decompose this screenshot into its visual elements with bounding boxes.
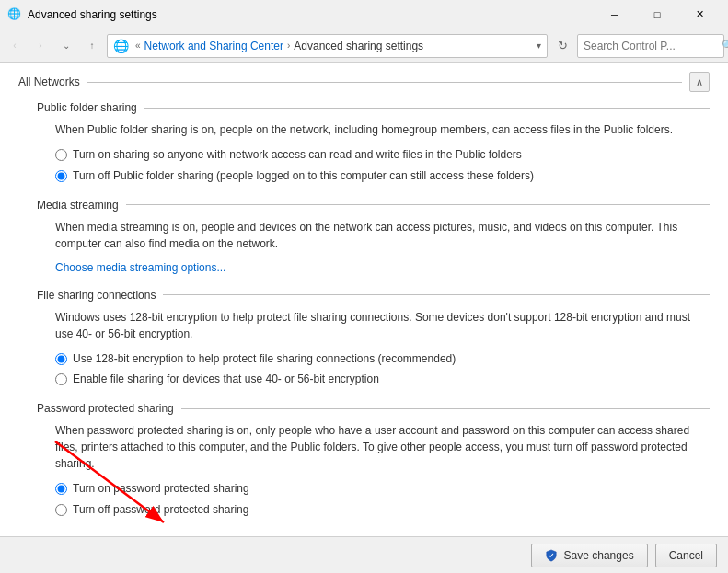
breadcrumb-current: Advanced sharing settings bbox=[294, 40, 423, 52]
public-folder-option-1: Turn on sharing so anyone with network a… bbox=[55, 147, 710, 163]
public-folder-radio-1[interactable] bbox=[55, 149, 67, 161]
back-button[interactable]: ‹ bbox=[4, 35, 26, 57]
media-streaming-desc: When media streaming is on, people and d… bbox=[55, 219, 710, 252]
password-sharing-option-2: Turn off password protected sharing bbox=[55, 502, 710, 518]
close-button[interactable]: ✕ bbox=[678, 0, 721, 29]
file-sharing-desc: Windows uses 128-bit encryption to help … bbox=[55, 309, 710, 342]
password-sharing-radio-1[interactable] bbox=[55, 483, 67, 495]
content-area: All Networks ∧ Public folder sharing Whe… bbox=[0, 63, 728, 536]
file-sharing-option-2: Enable file sharing for devices that use… bbox=[55, 372, 710, 387]
minimize-button[interactable]: ─ bbox=[594, 0, 636, 29]
forward-button[interactable]: › bbox=[29, 35, 52, 57]
public-folder-section: Public folder sharing When Public folder… bbox=[37, 101, 710, 184]
search-box: 🔍 bbox=[577, 34, 724, 58]
address-bar: ‹ › ⌄ ↑ 🌐 « Network and Sharing Center ›… bbox=[0, 29, 728, 63]
media-streaming-title: Media streaming bbox=[37, 199, 119, 212]
file-sharing-title: File sharing connections bbox=[37, 289, 156, 302]
password-sharing-option-1: Turn on password protected sharing bbox=[55, 481, 710, 497]
all-networks-header: All Networks ∧ bbox=[18, 72, 710, 92]
window-title: Advanced sharing settings bbox=[28, 8, 594, 21]
public-folder-title: Public folder sharing bbox=[37, 101, 137, 114]
password-sharing-radio-2[interactable] bbox=[55, 504, 67, 516]
breadcrumb: 🌐 « Network and Sharing Center › Advance… bbox=[107, 34, 548, 58]
public-folder-line bbox=[144, 108, 710, 109]
public-folder-desc: When Public folder sharing is on, people… bbox=[55, 121, 710, 138]
password-sharing-desc: When password protected sharing is on, o… bbox=[55, 422, 710, 472]
file-sharing-label-1[interactable]: Use 128-bit encryption to help protect f… bbox=[73, 351, 456, 367]
password-sharing-label-1[interactable]: Turn on password protected sharing bbox=[73, 481, 249, 497]
footer: Save changes Cancel bbox=[0, 536, 728, 573]
file-sharing-label-2[interactable]: Enable file sharing for devices that use… bbox=[73, 372, 379, 387]
dropdown-button[interactable]: ⌄ bbox=[55, 35, 77, 57]
password-sharing-title: Password protected sharing bbox=[37, 402, 174, 415]
file-sharing-header: File sharing connections bbox=[37, 289, 710, 302]
search-icon: 🔍 bbox=[722, 40, 728, 52]
save-button[interactable]: Save changes bbox=[531, 544, 648, 567]
password-sharing-label-2[interactable]: Turn off password protected sharing bbox=[73, 502, 248, 518]
password-sharing-section: Password protected sharing When password… bbox=[37, 402, 710, 518]
file-sharing-radio-1[interactable] bbox=[55, 353, 67, 365]
file-sharing-section: File sharing connections Windows uses 12… bbox=[37, 289, 710, 388]
public-folder-option-2: Turn off Public folder sharing (people l… bbox=[55, 168, 710, 184]
file-sharing-option-1: Use 128-bit encryption to help protect f… bbox=[55, 351, 710, 367]
public-folder-header: Public folder sharing bbox=[37, 101, 710, 114]
media-streaming-line bbox=[126, 204, 710, 205]
password-sharing-header: Password protected sharing bbox=[37, 402, 710, 415]
maximize-button[interactable]: □ bbox=[636, 0, 678, 29]
window-controls: ─ □ ✕ bbox=[594, 0, 721, 29]
media-streaming-header: Media streaming bbox=[37, 199, 710, 212]
breadcrumb-icon: 🌐 bbox=[113, 39, 128, 53]
shield-icon bbox=[545, 549, 558, 562]
all-networks-toggle[interactable]: ∧ bbox=[689, 72, 710, 92]
media-streaming-section: Media streaming When media streaming is … bbox=[37, 199, 710, 274]
up-button[interactable]: ↑ bbox=[81, 35, 103, 57]
window-icon: 🌐 bbox=[7, 7, 22, 22]
refresh-button[interactable]: ↻ bbox=[551, 34, 573, 58]
file-sharing-line bbox=[163, 294, 710, 295]
public-folder-label-1[interactable]: Turn on sharing so anyone with network a… bbox=[73, 147, 522, 163]
cancel-button[interactable]: Cancel bbox=[655, 544, 717, 567]
breadcrumb-network[interactable]: Network and Sharing Center bbox=[144, 40, 283, 52]
all-networks-title: All Networks bbox=[18, 75, 80, 88]
all-networks-line bbox=[87, 82, 682, 83]
media-streaming-link[interactable]: Choose media streaming options... bbox=[55, 261, 710, 274]
search-input[interactable] bbox=[584, 40, 722, 52]
public-folder-label-2[interactable]: Turn off Public folder sharing (people l… bbox=[73, 168, 534, 184]
breadcrumb-dropdown-arrow[interactable]: ▾ bbox=[537, 40, 541, 51]
file-sharing-radio-2[interactable] bbox=[55, 373, 67, 385]
password-sharing-line bbox=[181, 408, 710, 409]
public-folder-radio-2[interactable] bbox=[55, 170, 67, 182]
title-bar: 🌐 Advanced sharing settings ─ □ ✕ bbox=[0, 0, 728, 29]
